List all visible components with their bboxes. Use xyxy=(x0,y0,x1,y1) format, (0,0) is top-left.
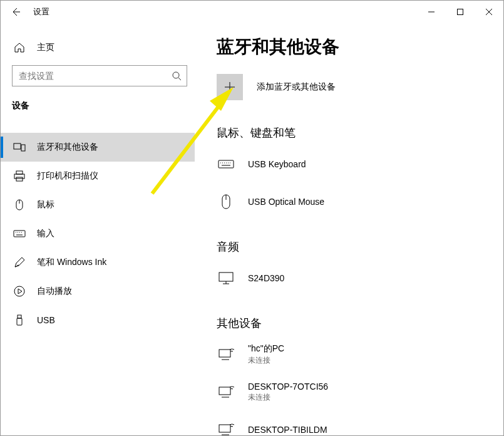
typing-icon xyxy=(13,227,26,240)
svg-rect-25 xyxy=(219,160,234,168)
section-heading: 音频 xyxy=(217,239,503,254)
device-label: DESKTOP-TIBILDM xyxy=(248,425,327,435)
settings-window: 设置 主页 设备 蓝牙和其他设备打印 xyxy=(0,0,504,436)
device-label: DESKTOP-7OTCI56 xyxy=(248,382,328,392)
nav-item-label: USB xyxy=(37,315,55,325)
device-label: "hc"的PC xyxy=(248,343,284,355)
nav-list: 蓝牙和其他设备打印机和扫描仪鼠标输入笔和 Windows Ink自动播放USB xyxy=(1,133,195,335)
nav-item-pen[interactable]: 笔和 Windows Ink xyxy=(1,248,195,277)
titlebar: 设置 xyxy=(1,1,503,23)
home-icon xyxy=(13,41,26,54)
svg-rect-21 xyxy=(18,315,21,318)
search-box[interactable] xyxy=(12,65,187,86)
nav-item-printer[interactable]: 打印机和扫描仪 xyxy=(1,162,195,190)
svg-rect-10 xyxy=(16,177,23,181)
search-icon xyxy=(172,71,182,81)
svg-rect-7 xyxy=(21,145,25,151)
device-row[interactable]: "hc"的PC未连接 xyxy=(217,336,503,373)
add-device-button[interactable]: 添加蓝牙或其他设备 xyxy=(217,74,503,100)
svg-point-4 xyxy=(173,72,179,78)
nav-item-label: 鼠标 xyxy=(37,199,54,210)
svg-rect-22 xyxy=(17,318,22,325)
back-button[interactable] xyxy=(7,3,24,21)
titlebar-left: 设置 xyxy=(7,3,49,21)
svg-point-19 xyxy=(14,286,24,296)
usb-icon xyxy=(13,314,26,326)
device-text: DESKTOP-TIBILDM xyxy=(248,425,327,435)
svg-rect-9 xyxy=(14,174,24,179)
device-row[interactable]: DESKTOP-TIBILDM xyxy=(217,411,503,435)
window-controls xyxy=(417,2,503,22)
devices-icon xyxy=(13,141,26,153)
home-button[interactable]: 主页 xyxy=(1,35,195,60)
nav-item-autoplay[interactable]: 自动播放 xyxy=(1,277,195,306)
monitor-icon xyxy=(217,269,235,288)
device-sublabel: 未连接 xyxy=(248,355,284,366)
device-row[interactable]: S24D390 xyxy=(217,259,503,297)
mouse-icon xyxy=(13,199,26,211)
device-sections: 鼠标、键盘和笔USB KeyboardUSB Optical Mouse音频S2… xyxy=(217,125,503,435)
nav-item-devices[interactable]: 蓝牙和其他设备 xyxy=(1,133,195,162)
autoplay-icon xyxy=(13,285,26,298)
device-label: USB Keyboard xyxy=(248,159,306,169)
device-sublabel: 未连接 xyxy=(248,392,328,403)
svg-rect-8 xyxy=(16,171,23,174)
svg-line-5 xyxy=(178,78,181,80)
keyboard-icon xyxy=(217,155,235,174)
device-row[interactable]: DESKTOP-7OTCI56未连接 xyxy=(217,373,503,411)
nav-item-label: 蓝牙和其他设备 xyxy=(37,142,98,153)
search-input[interactable] xyxy=(18,70,172,81)
printer-icon xyxy=(13,170,26,182)
home-label: 主页 xyxy=(37,42,54,53)
pen-icon xyxy=(13,256,26,269)
svg-marker-20 xyxy=(18,289,22,294)
svg-rect-42 xyxy=(219,425,230,432)
section-heading: 鼠标、键盘和笔 xyxy=(217,125,503,140)
plus-icon xyxy=(217,74,243,100)
sidebar: 主页 设备 蓝牙和其他设备打印机和扫描仪鼠标输入笔和 Windows Ink自动… xyxy=(1,29,195,435)
maximize-button[interactable] xyxy=(446,2,475,22)
sidebar-category-title: 设备 xyxy=(1,98,195,120)
device-text: USB Keyboard xyxy=(248,159,306,169)
device-label: USB Optical Mouse xyxy=(248,197,324,207)
add-device-label: 添加蓝牙或其他设备 xyxy=(257,81,336,93)
svg-rect-38 xyxy=(219,350,230,357)
nav-item-mouse[interactable]: 鼠标 xyxy=(1,190,195,219)
device-label: S24D390 xyxy=(248,273,284,283)
device-row[interactable]: USB Optical Mouse xyxy=(217,183,503,221)
nav-item-typing[interactable]: 输入 xyxy=(1,219,195,248)
svg-rect-40 xyxy=(219,387,230,395)
nav-item-label: 打印机和扫描仪 xyxy=(37,170,98,182)
close-button[interactable] xyxy=(475,2,503,22)
pc-icon xyxy=(217,420,235,435)
svg-rect-35 xyxy=(219,272,233,281)
content: 蓝牙和其他设备 添加蓝牙或其他设备 鼠标、键盘和笔USB KeyboardUSB… xyxy=(217,29,503,435)
nav-item-label: 笔和 Windows Ink xyxy=(37,257,106,268)
minimize-button[interactable] xyxy=(417,2,446,22)
section-heading: 其他设备 xyxy=(217,316,503,331)
page-title: 蓝牙和其他设备 xyxy=(217,35,503,59)
svg-rect-13 xyxy=(14,231,25,237)
device-row[interactable]: USB Keyboard xyxy=(217,145,503,183)
nav-item-label: 输入 xyxy=(37,228,54,239)
device-text: USB Optical Mouse xyxy=(248,197,324,207)
device-text: "hc"的PC未连接 xyxy=(248,343,284,366)
pc-icon xyxy=(217,383,235,402)
nav-item-usb[interactable]: USB xyxy=(1,306,195,335)
mouse2-icon xyxy=(217,192,235,211)
device-text: S24D390 xyxy=(248,273,284,283)
svg-rect-1 xyxy=(458,9,463,15)
nav-item-label: 自动播放 xyxy=(37,286,72,297)
device-text: DESKTOP-7OTCI56未连接 xyxy=(248,382,328,403)
window-title: 设置 xyxy=(33,6,49,18)
pc-icon xyxy=(217,345,235,364)
svg-rect-6 xyxy=(14,143,21,149)
